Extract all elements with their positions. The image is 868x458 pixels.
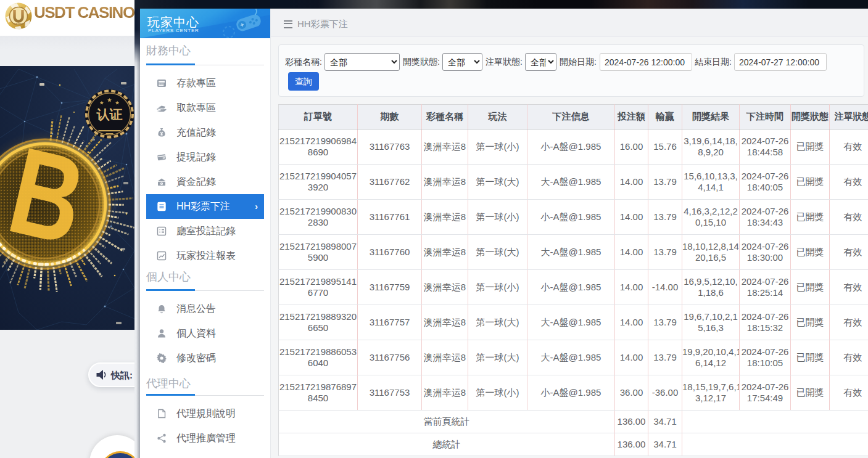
svg-text:CASINO: CASINO bbox=[14, 22, 24, 25]
svg-text:认证: 认证 bbox=[96, 107, 123, 121]
